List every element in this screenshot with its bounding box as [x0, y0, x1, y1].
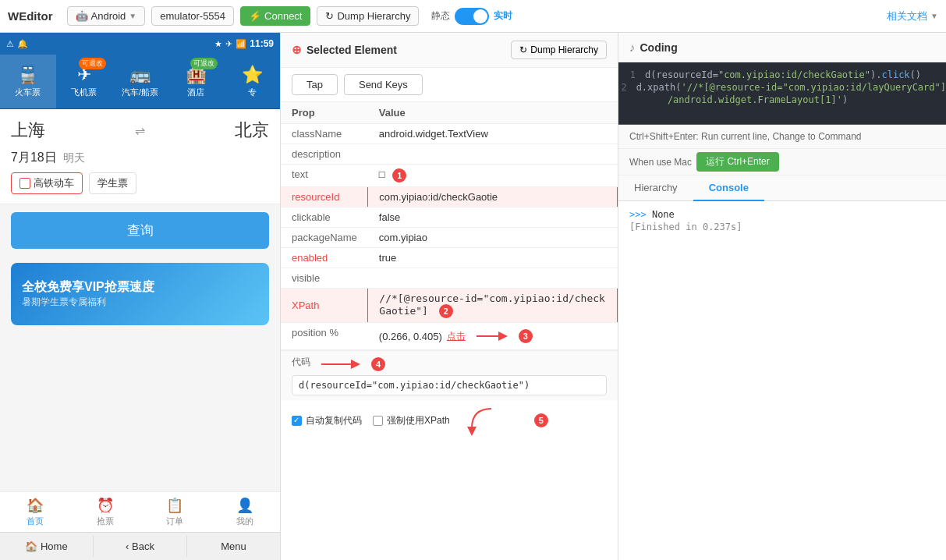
menu-action-btn[interactable]: Menu [187, 536, 280, 557]
line-num-2: 2 [618, 82, 633, 93]
from-city[interactable]: 上海 [11, 119, 129, 142]
date-row: 7月18日 明天 [11, 147, 269, 169]
tap-button[interactable]: Tap [292, 74, 338, 95]
grab-icon: ⏰ [97, 497, 114, 514]
tab-special[interactable]: ⭐ 专 [224, 55, 280, 108]
console-value: None [652, 209, 675, 220]
phone-banner[interactable]: 全校免费享VIP抢票速度 暑期学生票专属福利 [11, 263, 269, 325]
table-row-xpath: XPath //*[@resource-id="com.yipiao:id/ch… [281, 289, 618, 323]
inspector-actions: Tap Send Keys [281, 68, 618, 102]
enabled-prop: enabled [281, 248, 368, 268]
arrow-3-svg [470, 327, 509, 346]
code-line-2: 2 d.xpath('//*[@resource-id="com.yipiao:… [618, 81, 946, 94]
annotation-1: 1 [392, 168, 406, 183]
plane-mode-icon: ✈ [225, 39, 232, 49]
status-icons: ⚠ 🔔 [6, 39, 28, 49]
panel-tabs: Hierarchy Console [618, 175, 946, 201]
click-link[interactable]: 点击 [447, 330, 466, 343]
phone-content: 上海 ⇌ 北京 7月18日 明天 高铁动车 学生票 [0, 109, 280, 491]
bottom-nav-grab[interactable]: ⏰ 抢票 [70, 492, 140, 532]
auto-copy-checkbox[interactable] [292, 416, 302, 426]
back-action-btn[interactable]: ‹ Back [94, 536, 187, 557]
grab-label: 抢票 [97, 516, 114, 527]
tab-train[interactable]: 🚆 火车票 [0, 55, 56, 108]
search-button[interactable]: 查询 [11, 212, 269, 249]
options-row: 高铁动车 学生票 [11, 172, 269, 194]
text-value: □ 1 [368, 165, 618, 187]
wifi-icon: 📶 [236, 39, 246, 49]
line-num-1: 1 [618, 69, 642, 80]
element-icon: ⊕ [292, 43, 302, 57]
student-label: 学生票 [97, 176, 128, 190]
docs-link[interactable]: 相关文档 ▼ [887, 9, 938, 23]
home-action-btn[interactable]: 🏠 Home [0, 536, 94, 557]
bottom-nav-home[interactable]: 🏠 首页 [0, 492, 70, 532]
visible-value [368, 268, 618, 289]
platform-selector[interactable]: 🤖 Android ▼ [67, 6, 146, 26]
send-keys-button[interactable]: Send Keys [344, 74, 423, 95]
force-xpath-checkbox[interactable] [373, 416, 383, 426]
home-action-icon: 🏠 [25, 541, 37, 552]
dump-hierarchy-button[interactable]: ↻ Dump Hierarchy [317, 6, 419, 26]
value-col-header: Value [368, 102, 618, 124]
line-content-3: /android.widget.FrameLayout[1]') [642, 94, 946, 105]
inspector-header: ⊕ Selected Element ↻ Dump Hierarchy [281, 33, 618, 68]
annotation-4: 4 [371, 357, 385, 371]
tab-flight[interactable]: 可退改 ✈ 飞机票 [56, 55, 112, 108]
properties-area: Prop Value className android.widget.Text… [281, 102, 618, 560]
prop-col-header: Prop [281, 102, 368, 124]
auto-copy-row: 自动复制代码 [292, 414, 362, 427]
phone-nav-tabs: 🚆 火车票 可退改 ✈ 飞机票 🚌 汽车/船票 可退改 🏨 酒店 ⭐ 专 [0, 55, 280, 109]
tab-special-label: 专 [248, 87, 257, 98]
bottom-nav-orders[interactable]: 📋 订单 [140, 492, 211, 532]
console-line-2: [Finished in 0.237s] [629, 222, 935, 232]
connect-icon: ⚡ [249, 10, 261, 22]
position-prop: position % [281, 323, 368, 350]
text-prop: text [281, 165, 368, 187]
tab-hotel-label: 酒店 [187, 87, 204, 98]
line-content-2: d.xpath('//*[@resource-id="com.yipiao:id… [633, 82, 946, 93]
chevron-down-icon: ▼ [129, 12, 136, 20]
clickable-prop: clickable [281, 207, 368, 228]
connect-button[interactable]: ⚡ Connect [240, 6, 310, 26]
departure-date[interactable]: 7月18日 [11, 150, 57, 166]
swap-cities-icon[interactable]: ⇌ [135, 123, 145, 138]
tab-bus-label: 汽车/船票 [122, 87, 158, 98]
phone-panel: ⚠ 🔔 ★ ✈ 📶 11:59 🚆 火车票 可退改 ✈ 飞机票 🚌 [0, 33, 281, 560]
description-value [368, 144, 618, 165]
xpath-prop: XPath [281, 289, 368, 323]
console-result: [Finished in 0.237s] [629, 222, 742, 232]
route-row: 上海 ⇌ 北京 [11, 119, 269, 142]
to-city[interactable]: 北京 [151, 119, 269, 142]
realtime-toggle[interactable] [455, 8, 489, 25]
phone-action-bar: 🏠 Home ‹ Back Menu [0, 532, 280, 560]
static-label: 静态 [431, 9, 450, 23]
force-xpath-label: 强制使用XPath [387, 414, 450, 427]
console-output: >>> None [Finished in 0.237s] [618, 201, 946, 560]
gaotie-option[interactable]: 高铁动车 [11, 172, 83, 194]
train-icon: 🚆 [17, 65, 38, 85]
code-options: 自动复制代码 强制使用XPath 5 [281, 400, 618, 441]
run-button[interactable]: 运行 Ctrl+Enter [696, 152, 779, 172]
tab-bus[interactable]: 🚌 汽车/船票 [112, 55, 168, 108]
bottom-nav-mine[interactable]: 👤 我的 [210, 492, 280, 532]
device-selector[interactable]: emulator-5554 [151, 6, 234, 26]
tab-hotel[interactable]: 可退改 🏨 酒店 [168, 55, 224, 108]
arrow-5-svg [464, 405, 519, 436]
force-xpath-row: 强制使用XPath [373, 414, 450, 427]
tab-console[interactable]: Console [693, 175, 764, 201]
inspector-dump-btn[interactable]: ↻ Dump Hierarchy [511, 41, 607, 59]
code-label: 代码 [292, 356, 310, 369]
code-output: d(resourceId="com.yipiao:id/checkGaotie"… [292, 375, 607, 395]
description-prop: description [281, 144, 368, 165]
code-editor[interactable]: 1 d(resourceId="com.yipiao:id/checkGaoti… [618, 62, 946, 125]
orders-icon: 📋 [166, 497, 183, 514]
realtime-label: 实时 [494, 9, 512, 23]
resourceid-value: com.yipiao:id/checkGaotie [368, 187, 618, 207]
student-option[interactable]: 学生票 [89, 172, 136, 194]
status-right-icons: ★ ✈ 📶 11:59 [214, 38, 274, 49]
menu-action-label: Menu [221, 541, 246, 552]
tab-hierarchy[interactable]: Hierarchy [618, 175, 693, 201]
annotation-5: 5 [534, 413, 548, 427]
gaotie-checkbox[interactable] [19, 178, 30, 189]
